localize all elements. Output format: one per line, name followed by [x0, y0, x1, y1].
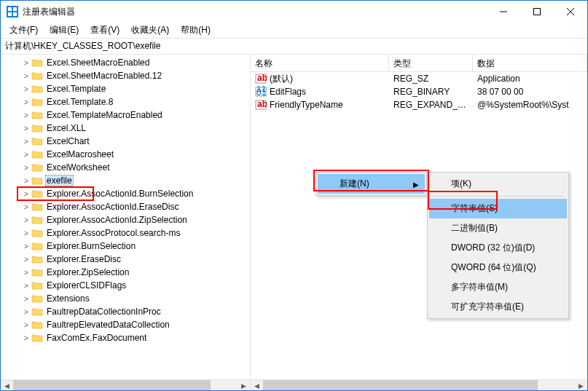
tree-item[interactable]: >Extensions — [1, 292, 250, 305]
expand-icon[interactable]: > — [21, 59, 31, 67]
menubar: 文件(F) 编辑(E) 查看(V) 收藏夹(A) 帮助(H) — [1, 23, 587, 39]
expand-icon[interactable]: > — [21, 269, 31, 277]
col-data[interactable]: 数据 — [473, 55, 587, 71]
tree-item[interactable]: >Explorer.BurnSelection — [1, 240, 250, 253]
minimize-button[interactable] — [487, 1, 520, 23]
expand-icon[interactable]: > — [21, 125, 31, 133]
ctx-item[interactable]: 项(K) — [429, 174, 567, 194]
expand-icon[interactable]: > — [21, 72, 31, 80]
expand-icon[interactable]: > — [21, 164, 31, 172]
scroll-track-left[interactable] — [13, 380, 238, 392]
app-icon — [7, 6, 18, 17]
ctx-new-label: 新建(N) — [340, 178, 369, 189]
expand-icon[interactable]: > — [21, 321, 31, 329]
tree-item[interactable]: >ExcelMacrosheet — [1, 148, 250, 161]
tree-item[interactable]: >ExplorerCLSIDFlags — [1, 279, 250, 292]
ctx-item[interactable]: 字符串值(S) — [429, 199, 567, 218]
expand-icon[interactable]: > — [21, 242, 31, 250]
expand-icon[interactable]: > — [21, 334, 31, 342]
tree-item[interactable]: >Explorer.AssocActionId.BurnSelection — [1, 187, 250, 200]
tree-item[interactable]: >FaultrepElevatedDataCollection — [1, 318, 250, 331]
maximize-button[interactable] — [520, 1, 554, 23]
tree-item[interactable]: >ExcelChart — [1, 135, 250, 148]
scroll-track-right[interactable] — [263, 380, 575, 392]
tree-label: Excel.SheetMacroEnabled.12 — [45, 71, 163, 81]
value-icon: ab — [255, 99, 267, 111]
expand-icon[interactable]: > — [21, 98, 31, 106]
tree-item[interactable]: >Excel.Template — [1, 82, 250, 95]
ctx-item[interactable]: QWORD (64 位)值(Q) — [429, 258, 567, 277]
tree-item[interactable]: >Explorer.EraseDisc — [1, 253, 250, 266]
svg-text:ab: ab — [257, 99, 267, 109]
menu-file[interactable]: 文件(F) — [4, 23, 44, 38]
menu-edit[interactable]: 编辑(E) — [44, 23, 85, 38]
folder-icon — [31, 189, 43, 199]
svg-text:ab: ab — [257, 73, 267, 83]
list-row[interactable]: ab(默认)REG_SZApplication — [251, 72, 587, 85]
menu-help[interactable]: 帮助(H) — [175, 23, 216, 38]
value-type: REG_BINARY — [389, 86, 473, 98]
expand-icon[interactable]: > — [21, 282, 31, 290]
expand-icon[interactable]: > — [21, 256, 31, 264]
menu-favorites[interactable]: 收藏夹(A) — [125, 23, 175, 38]
list-row[interactable]: abFriendlyTypeNameREG_EXPAND_SZ@%SystemR… — [251, 98, 587, 111]
ctx-item[interactable]: 二进制值(B) — [429, 218, 567, 238]
col-type[interactable]: 类型 — [389, 55, 473, 71]
expand-icon[interactable]: > — [21, 308, 31, 316]
scroll-right-arrow-2[interactable]: ▶ — [575, 380, 587, 392]
tree-label: Explorer.EraseDisc — [45, 254, 122, 264]
tree-item[interactable]: >FaxComEx.FaxDocument — [1, 331, 250, 344]
address-text: 计算机\HKEY_CLASSES_ROOT\exefile — [5, 40, 160, 52]
ctx-item[interactable]: DWORD (32 位)值(D) — [429, 238, 567, 258]
tree-item[interactable]: >Explorer.AssocProtocol.search-ms — [1, 226, 250, 240]
address-bar[interactable]: 计算机\HKEY_CLASSES_ROOT\exefile — [1, 39, 587, 55]
svg-rect-2 — [8, 12, 12, 16]
ctx-new[interactable]: 新建(N) ▶ — [318, 174, 425, 194]
titlebar: 注册表编辑器 — [1, 1, 587, 23]
menu-view[interactable]: 查看(V) — [85, 23, 125, 38]
tree-item[interactable]: >ExcelWorksheet — [1, 161, 250, 174]
tree-item[interactable]: >Excel.TemplateMacroEnabled — [1, 108, 250, 122]
expand-icon[interactable]: > — [21, 111, 31, 119]
scroll-right-arrow[interactable]: ▶ — [238, 380, 250, 392]
ctx-item[interactable]: 多字符串值(M) — [429, 277, 567, 297]
tree-item[interactable]: >Excel.XLL — [1, 122, 250, 135]
expand-icon[interactable]: > — [21, 138, 31, 146]
folder-icon — [31, 228, 43, 238]
value-name: EditFlags — [270, 87, 306, 97]
folder-icon — [31, 202, 43, 212]
tree-item[interactable]: >exefile — [1, 174, 250, 187]
scroll-left-arrow[interactable]: ◀ — [1, 380, 13, 392]
tree-label: FaultrepElevatedDataCollection — [45, 320, 171, 330]
expand-icon[interactable]: > — [21, 229, 31, 237]
tree-label: Excel.XLL — [45, 123, 87, 133]
folder-icon — [31, 97, 43, 107]
expand-icon[interactable]: > — [21, 295, 31, 303]
list-header: 名称 类型 数据 — [251, 55, 587, 72]
folder-icon — [31, 333, 43, 343]
tree-item[interactable]: >Excel.SheetMacroEnabled.12 — [1, 69, 250, 82]
tree-item[interactable]: >Excel.Template.8 — [1, 95, 250, 108]
folder-icon — [31, 162, 43, 173]
tree-item[interactable]: >Explorer.ZipSelection — [1, 266, 250, 279]
value-icon: ab — [255, 73, 267, 84]
expand-icon[interactable]: > — [21, 151, 31, 159]
list-row[interactable]: 110011EditFlagsREG_BINARY38 07 00 00 — [251, 85, 587, 98]
scroll-left-arrow-2[interactable]: ◀ — [251, 380, 263, 392]
svg-rect-5 — [534, 9, 541, 15]
expand-icon[interactable]: > — [21, 190, 31, 198]
tree-item[interactable]: >Explorer.AssocActionId.ZipSelection — [1, 213, 250, 226]
expand-icon[interactable]: > — [21, 177, 31, 185]
ctx-item[interactable]: 可扩充字符串值(E) — [429, 297, 567, 317]
tree-label: FaxComEx.FaxDocument — [45, 333, 148, 343]
tree-pane[interactable]: >Excel.SheetMacroEnabled>Excel.SheetMacr… — [1, 55, 251, 379]
close-button[interactable] — [554, 1, 587, 23]
tree-item[interactable]: >Excel.SheetMacroEnabled — [1, 56, 250, 69]
expand-icon[interactable]: > — [21, 216, 31, 224]
tree-item[interactable]: >FaultrepDataCollectionInProc — [1, 305, 250, 318]
col-name[interactable]: 名称 — [251, 55, 389, 71]
expand-icon[interactable]: > — [21, 85, 31, 93]
tree-label: Excel.Template — [45, 84, 107, 94]
tree-item[interactable]: >Explorer.AssocActionId.EraseDisc — [1, 200, 250, 213]
expand-icon[interactable]: > — [21, 203, 31, 211]
